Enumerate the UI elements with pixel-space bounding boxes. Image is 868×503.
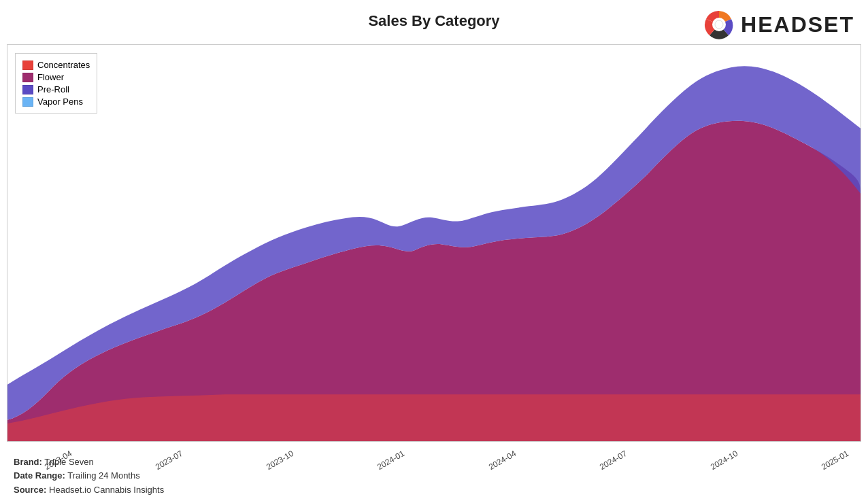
legend-label-preroll: Pre-Roll	[37, 84, 69, 94]
x-label-4: 2024-04	[486, 449, 517, 472]
x-label-7: 2025-01	[820, 449, 850, 472]
legend-label-flower: Flower	[37, 72, 64, 82]
legend-item-flower: Flower	[22, 72, 90, 82]
header-logo: HEADSET	[703, 8, 854, 41]
flower-color-swatch	[22, 73, 33, 82]
concentrates-area	[7, 394, 861, 441]
x-label-6: 2024-10	[709, 449, 739, 472]
brand-value: Triple Seven	[44, 457, 94, 467]
legend-item-vapor-pens: Vapor Pens	[22, 97, 90, 107]
source-value: Headset.io Cannabis Insights	[49, 485, 164, 495]
vapor-pens-color-swatch	[22, 97, 33, 107]
preroll-color-swatch	[22, 85, 33, 94]
date-value: Trailing 24 Months	[67, 470, 139, 481]
x-label-3: 2024-01	[375, 449, 406, 472]
legend-label-vapor-pens: Vapor Pens	[37, 97, 83, 107]
source-label: Source:	[14, 485, 46, 495]
legend: Concentrates Flower Pre-Roll Vapor Pens	[15, 53, 97, 114]
footer-info: Brand: Triple Seven Date Range: Trailing…	[14, 455, 164, 498]
flower-area	[7, 121, 861, 441]
date-label: Date Range:	[14, 470, 65, 481]
legend-item-concentrates: Concentrates	[22, 60, 90, 70]
headset-icon	[703, 8, 735, 41]
x-label-5: 2024-07	[598, 449, 629, 472]
chart-area	[7, 44, 861, 442]
legend-label-concentrates: Concentrates	[37, 60, 90, 70]
logo-text: HEADSET	[741, 12, 854, 37]
footer-brand: Brand: Triple Seven	[14, 455, 164, 470]
footer-source: Source: Headset.io Cannabis Insights	[14, 483, 164, 498]
footer-date-range: Date Range: Trailing 24 Months	[14, 469, 164, 483]
area-chart	[7, 45, 861, 441]
legend-item-preroll: Pre-Roll	[22, 84, 90, 94]
concentrates-color-swatch	[22, 60, 33, 70]
svg-point-2	[715, 20, 723, 29]
brand-label: Brand:	[14, 457, 42, 467]
x-label-2: 2023-10	[265, 449, 295, 472]
